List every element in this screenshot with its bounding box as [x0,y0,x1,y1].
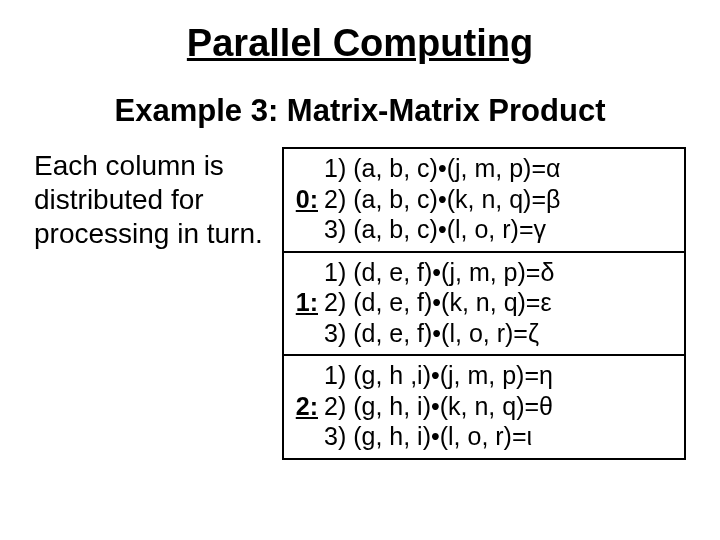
block-label: 1: [290,287,324,318]
slide: Parallel Computing Example 3: Matrix-Mat… [0,0,720,540]
block-line: 1) (d, e, f)•(j, m, p)=δ [324,257,678,288]
example-heading: Example 3: Matrix-Matrix Product [0,93,720,129]
blocks-column: 0: 1) (a, b, c)•(j, m, p)=α 2) (a, b, c)… [282,147,686,460]
page-title: Parallel Computing [0,0,720,65]
block-line: 3) (d, e, f)•(l, o, r)=ζ [324,318,678,349]
block-line: 2) (d, e, f)•(k, n, q)=ε [324,287,678,318]
description-text: Each column is distributed for processin… [34,147,282,460]
block-1: 1: 1) (d, e, f)•(j, m, p)=δ 2) (d, e, f)… [282,251,686,357]
block-line: 1) (g, h ,i)•(j, m, p)=η [324,360,678,391]
body-row: Each column is distributed for processin… [34,147,686,460]
block-0: 0: 1) (a, b, c)•(j, m, p)=α 2) (a, b, c)… [282,147,686,253]
block-line: 3) (a, b, c)•(l, o, r)=γ [324,214,678,245]
block-line: 2) (a, b, c)•(k, n, q)=β [324,184,678,215]
block-lines: 1) (g, h ,i)•(j, m, p)=η 2) (g, h, i)•(k… [324,360,678,452]
block-2: 2: 1) (g, h ,i)•(j, m, p)=η 2) (g, h, i)… [282,354,686,460]
block-lines: 1) (a, b, c)•(j, m, p)=α 2) (a, b, c)•(k… [324,153,678,245]
block-line: 1) (a, b, c)•(j, m, p)=α [324,153,678,184]
block-lines: 1) (d, e, f)•(j, m, p)=δ 2) (d, e, f)•(k… [324,257,678,349]
block-line: 2) (g, h, i)•(k, n, q)=θ [324,391,678,422]
block-label: 2: [290,391,324,422]
block-line: 3) (g, h, i)•(l, o, r)=ι [324,421,678,452]
block-label: 0: [290,184,324,215]
